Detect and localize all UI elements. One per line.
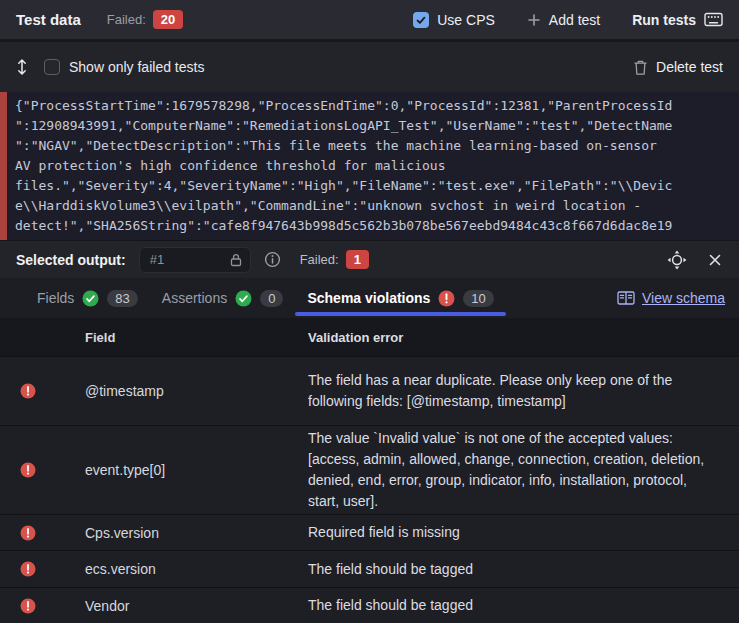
- page-title: Test data: [16, 11, 81, 28]
- output-info-button[interactable]: [264, 251, 281, 268]
- violation-field: ecs.version: [85, 561, 308, 577]
- violation-error: The field should be tagged: [308, 559, 739, 580]
- alert-circle-icon: [438, 290, 455, 307]
- focus-output-button[interactable]: [667, 250, 687, 270]
- column-header-validation-error: Validation error: [308, 330, 739, 345]
- output-failed-label: Failed:: [300, 252, 339, 267]
- show-only-failed-checkbox[interactable]: Show only failed tests: [44, 59, 204, 75]
- top-bar: Test data Failed: 20 Use CPS Add test Ru…: [0, 0, 739, 42]
- error-icon: [20, 462, 36, 478]
- sort-updown-icon: [16, 58, 28, 76]
- failed-label: Failed:: [107, 12, 146, 27]
- violation-field: Vendor: [85, 598, 308, 614]
- use-cps-label: Use CPS: [437, 12, 495, 28]
- output-selector-input[interactable]: #1: [139, 247, 251, 273]
- tab-schema-violations-label: Schema violations: [307, 290, 430, 306]
- check-circle-icon: [235, 290, 252, 307]
- error-icon: [20, 561, 36, 577]
- violation-field: event.type[0]: [85, 462, 308, 478]
- output-selector-value: #1: [150, 252, 230, 267]
- violation-error: The value `Invalid value` is not one of …: [308, 428, 739, 512]
- checkbox-unchecked-icon[interactable]: [44, 59, 60, 75]
- output-failed-count-badge: 1: [346, 250, 369, 269]
- error-icon: [20, 383, 36, 399]
- violation-field: Cps.version: [85, 525, 308, 541]
- lock-icon: [230, 253, 242, 267]
- test-data-json[interactable]: {"ProcessStartTime":1679578298,"ProcessE…: [0, 92, 739, 240]
- table-row[interactable]: Vendor The field should be tagged: [0, 587, 739, 623]
- crosshair-icon: [667, 250, 687, 270]
- info-icon: [264, 251, 281, 268]
- trash-icon: [633, 59, 648, 76]
- add-test-button[interactable]: Add test: [527, 12, 600, 28]
- selected-output-label: Selected output:: [16, 252, 126, 268]
- table-row[interactable]: ecs.version The field should be tagged: [0, 550, 739, 587]
- add-test-label: Add test: [549, 12, 600, 28]
- test-panel: Test data Failed: 20 Use CPS Add test Ru…: [0, 0, 739, 623]
- schema-book-icon: [617, 290, 635, 306]
- error-icon: [20, 598, 36, 614]
- keyboard-icon: [704, 12, 723, 27]
- failed-tests-summary: Failed: 20: [107, 10, 184, 29]
- run-tests-button[interactable]: Run tests: [632, 12, 723, 28]
- check-circle-icon: [82, 290, 99, 307]
- tab-fields[interactable]: Fields 83: [25, 278, 150, 318]
- violation-error: The field has a near duplicate. Please o…: [308, 370, 739, 412]
- test-toolbar: Show only failed tests Delete test: [0, 42, 739, 92]
- show-only-failed-label: Show only failed tests: [69, 59, 204, 75]
- tab-assertions-count: 0: [260, 290, 283, 307]
- close-icon: [707, 252, 723, 268]
- plus-icon: [527, 13, 541, 27]
- table-row[interactable]: @timestamp The field has a near duplicat…: [0, 356, 739, 425]
- table-row[interactable]: event.type[0] The value `Invalid value` …: [0, 425, 739, 514]
- tab-fields-count: 83: [107, 290, 137, 307]
- column-header-field: Field: [85, 330, 308, 345]
- checkbox-checked-icon[interactable]: [413, 12, 429, 28]
- tab-assertions-label: Assertions: [162, 290, 227, 306]
- violation-field: @timestamp: [85, 383, 308, 399]
- tab-schema-violations-count: 10: [463, 290, 493, 307]
- table-row[interactable]: Cps.version Required field is missing: [0, 514, 739, 550]
- output-failed-summary: Failed: 1: [300, 250, 369, 269]
- tab-schema-violations[interactable]: Schema violations 10: [295, 278, 505, 318]
- selected-output-bar: Selected output: #1 Failed: 1: [0, 240, 739, 278]
- violation-error: Required field is missing: [308, 522, 739, 543]
- tab-fields-label: Fields: [37, 290, 74, 306]
- sort-tests-button[interactable]: [16, 58, 28, 76]
- use-cps-checkbox[interactable]: Use CPS: [413, 12, 495, 28]
- check-icon: [415, 14, 427, 26]
- failed-count-badge: 20: [153, 10, 183, 29]
- violation-error: The field should be tagged: [308, 595, 739, 616]
- view-schema-link[interactable]: View schema: [617, 290, 725, 306]
- delete-test-button[interactable]: Delete test: [633, 59, 723, 76]
- tab-assertions[interactable]: Assertions 0: [150, 278, 296, 318]
- top-bar-actions: Use CPS Add test Run tests: [413, 12, 723, 28]
- close-output-button[interactable]: [707, 252, 723, 268]
- delete-test-label: Delete test: [656, 59, 723, 75]
- run-tests-label: Run tests: [632, 12, 696, 28]
- output-tabs: Fields 83 Assertions 0 Schema violations…: [0, 278, 739, 318]
- view-schema-label: View schema: [642, 290, 725, 306]
- error-icon: [20, 525, 36, 541]
- violations-table-header: Field Validation error: [0, 318, 739, 356]
